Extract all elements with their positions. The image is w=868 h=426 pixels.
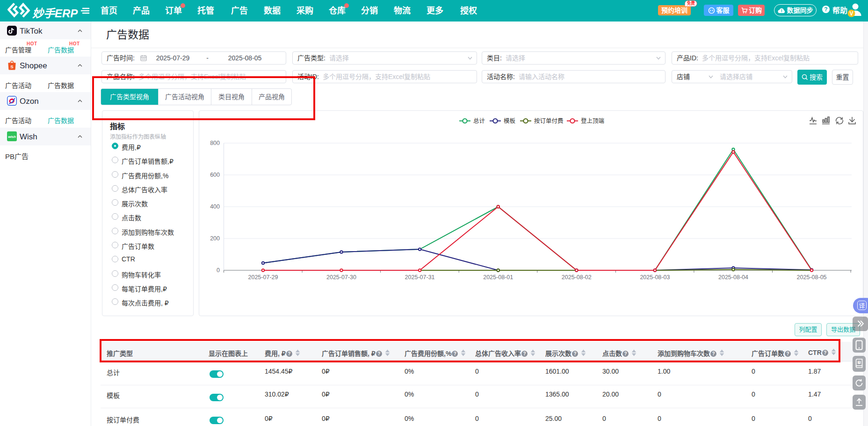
svg-text:2025-08-02: 2025-08-02 [562, 274, 592, 281]
svg-text:2025-08-01: 2025-08-01 [483, 274, 513, 281]
svg-text:200: 200 [210, 235, 220, 242]
svg-text:登上顶端: 登上顶端 [581, 117, 604, 124]
svg-text:总计: 总计 [473, 118, 485, 124]
svg-text:0: 0 [217, 267, 220, 274]
svg-text:!: ! [781, 8, 782, 13]
svg-text:2025-07-29: 2025-07-29 [248, 274, 278, 281]
svg-text:400: 400 [210, 203, 220, 210]
svg-text:V: V [849, 10, 853, 17]
svg-text:2025-08-04: 2025-08-04 [718, 274, 748, 281]
svg-text:wish: wish [8, 135, 16, 139]
svg-text:2025-08-05: 2025-08-05 [797, 274, 827, 281]
svg-text:2025-08-03: 2025-08-03 [640, 274, 670, 281]
svg-text:2025-07-30: 2025-07-30 [326, 274, 356, 281]
svg-text:S: S [10, 64, 13, 69]
svg-text:800: 800 [210, 140, 220, 146]
svg-text:600: 600 [210, 172, 220, 178]
svg-text:按订单付费: 按订单付费 [534, 118, 564, 124]
svg-text:模板: 模板 [504, 118, 516, 124]
svg-text:2025-07-31: 2025-07-31 [405, 274, 435, 281]
